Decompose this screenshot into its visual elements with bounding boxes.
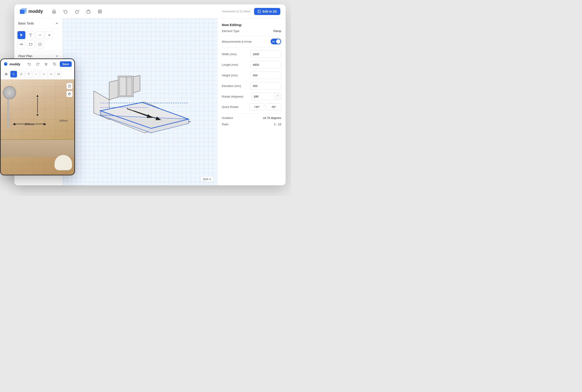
svg-rect-6 (87, 10, 90, 13)
length-input[interactable] (250, 61, 281, 68)
canvas-area[interactable]: 1cm ∨ (63, 18, 217, 185)
logo-text: moddy (28, 9, 43, 14)
height-input[interactable] (250, 72, 281, 79)
ramp-3d-view (83, 64, 197, 140)
mobile-pen-tool[interactable] (18, 71, 24, 78)
rotate-plus-90-button[interactable]: +90° (249, 103, 264, 110)
mobile-duplicate-icon (53, 62, 56, 66)
circle-tool-button[interactable] (36, 40, 44, 48)
mobile-rect-icon (57, 73, 60, 76)
width-label: Width (mm) (222, 52, 250, 56)
tv-button[interactable] (84, 8, 92, 16)
canvas-side-icons (66, 83, 72, 97)
circle-icon (38, 42, 42, 46)
chevron-down-icon (55, 54, 59, 58)
line-tool-button[interactable] (36, 31, 44, 39)
rotate-row: Rotate (degrees) ° (222, 93, 281, 100)
elevation-row: Elevation (mm) (222, 82, 281, 90)
height-row: Height (mm) (222, 72, 281, 79)
width-input[interactable] (250, 50, 281, 58)
edit-2d-button[interactable]: Edit in 2D (254, 8, 280, 15)
quick-rotate-label: Quick Rotate (222, 105, 249, 108)
mobile-logo-text: moddy (9, 62, 20, 66)
hand-icon (68, 92, 71, 96)
rotate-input-wrap: ° (252, 93, 281, 100)
autosave-text: Autosaved at 11:45am (222, 10, 251, 13)
mobile-bidir-tool[interactable] (48, 71, 54, 78)
undo-button[interactable] (61, 8, 69, 16)
mobile-line-icon (35, 73, 37, 76)
divider-2 (222, 48, 281, 48)
svg-rect-27 (127, 77, 132, 96)
arrow-tool-button[interactable] (45, 31, 53, 39)
mobile-canvas[interactable]: ▲ ▼ ◀ 800mm ▶ 600mm (1, 80, 74, 175)
mobile-toolbar (1, 69, 74, 80)
measurements-label: Measurements & Arrow (222, 40, 271, 43)
logo-icon (20, 8, 27, 15)
quick-rotate-row: Quick Rotate +90° -90° (222, 103, 281, 110)
home-icon (52, 10, 56, 14)
mobile-grid-tool[interactable] (3, 71, 9, 78)
gradient-value: ≤4.76 degrees (263, 116, 281, 120)
measurement-600-label: 600mm (59, 119, 68, 122)
rotate-minus-90-button[interactable]: -90° (266, 103, 281, 110)
mobile-duplicate-button[interactable] (51, 61, 57, 67)
gradient-row: Gradient ≤4.76 degrees (222, 116, 281, 120)
lock-icon (68, 84, 71, 88)
tools-grid (14, 28, 63, 51)
elevation-input[interactable] (250, 82, 281, 90)
ratio-row: Ratio 1 : 12 (222, 123, 281, 126)
toggle-on-label: on (272, 40, 275, 43)
mobile-rect-tool[interactable] (55, 71, 62, 78)
svg-rect-44 (6, 73, 7, 74)
rotate-input[interactable] (252, 93, 274, 100)
elevation-label: Elevation (mm) (222, 84, 250, 88)
mobile-delete-button[interactable] (43, 61, 49, 67)
quick-rotate-buttons: +90° -90° (249, 103, 281, 110)
chevron-up-icon (55, 22, 59, 25)
vertical-measurement: ▲ ▼ (36, 94, 39, 117)
basic-tools-header[interactable]: Basic Tools (14, 18, 63, 28)
mobile-arrow-tool[interactable] (40, 71, 47, 78)
lock-button[interactable] (66, 83, 72, 89)
cursor-icon (20, 33, 23, 37)
svg-rect-26 (120, 77, 126, 96)
image-button[interactable] (96, 8, 104, 16)
edit-2d-icon (258, 10, 261, 13)
redo-icon (75, 10, 79, 14)
text-tool-button[interactable] (27, 31, 35, 39)
svg-rect-43 (5, 73, 6, 74)
measurements-toggle[interactable]: on (271, 38, 281, 44)
gradient-label: Gradient (222, 116, 263, 120)
mobile-undo-button[interactable] (26, 61, 32, 67)
home-button[interactable] (50, 8, 58, 16)
h-line-right (35, 124, 44, 124)
svg-rect-46 (6, 74, 7, 75)
v-arrow-down: ▼ (36, 113, 39, 117)
redo-button[interactable] (73, 8, 81, 16)
rect-tool-button[interactable] (27, 40, 35, 48)
ratio-label: Ratio (222, 123, 274, 126)
mobile-redo-button[interactable] (35, 61, 41, 67)
h-line-left (15, 124, 24, 124)
mobile-pen-icon (20, 73, 22, 76)
mobile-grid-icon (5, 73, 7, 76)
mobile-redo-icon (36, 62, 39, 66)
now-editing-title: Now Editing: (222, 23, 281, 27)
ratio-value: 1 : 12 (274, 123, 281, 126)
hand-button[interactable] (66, 91, 72, 97)
mobile-cursor-icon (12, 73, 15, 76)
width-row: Width (mm) (222, 50, 281, 58)
measurement-800-label: 800mm (24, 122, 35, 126)
horizontal-measurement-800: ◀ 800mm ▶ (13, 122, 46, 126)
select-tool-button[interactable] (17, 31, 25, 39)
tv-icon (86, 10, 90, 14)
scale-badge[interactable]: 1cm ∨ (200, 176, 214, 182)
mobile-bidir-icon (50, 73, 52, 76)
mobile-text-tool[interactable] (25, 71, 32, 78)
mobile-select-tool[interactable] (10, 71, 17, 78)
mobile-line-tool[interactable] (33, 71, 39, 78)
ruler-tool-button[interactable] (17, 40, 25, 48)
svg-rect-20 (29, 43, 32, 45)
mobile-save-button[interactable]: Save (60, 61, 72, 67)
